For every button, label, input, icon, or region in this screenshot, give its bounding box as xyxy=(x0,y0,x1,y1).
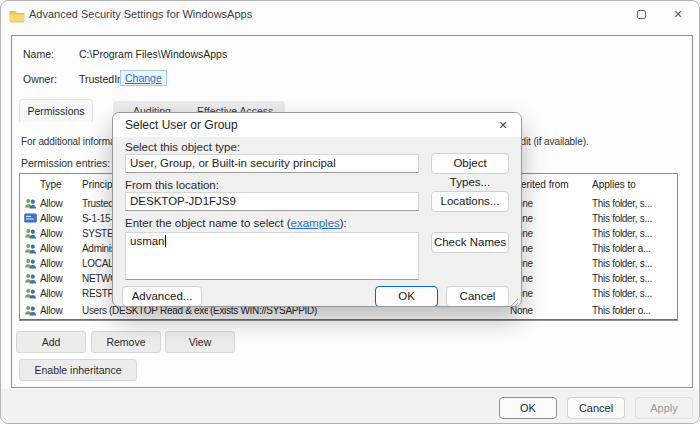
check-names-button[interactable]: Check Names xyxy=(431,232,509,253)
dialog-close-button[interactable]: ✕ xyxy=(493,115,513,135)
ok-button[interactable]: OK xyxy=(499,397,557,419)
advanced-button[interactable]: Advanced... xyxy=(122,286,202,307)
window-titlebar: Advanced Security Settings for WindowsAp… xyxy=(1,1,699,35)
cell-type: Allow xyxy=(40,213,76,224)
location-field: DESKTOP-JD1FJS9 xyxy=(125,192,419,211)
maximize-button[interactable] xyxy=(626,3,656,25)
object-type-field: User, Group, or Built-in security princi… xyxy=(125,154,419,173)
resize-grip[interactable] xyxy=(509,294,519,304)
advanced-security-settings-window: Advanced Security Settings for WindowsAp… xyxy=(0,0,700,424)
close-icon: ✕ xyxy=(673,8,682,20)
name-label: Name: xyxy=(23,48,54,60)
cell-type: Allow xyxy=(40,288,76,299)
from-location-label: From this location: xyxy=(125,179,219,191)
cell-applies: This folder, s... xyxy=(592,273,676,284)
close-button[interactable]: ✕ xyxy=(663,3,693,25)
users-icon xyxy=(24,228,38,240)
cell-inherited: None xyxy=(510,305,568,316)
cell-applies: This folder, s... xyxy=(592,198,676,209)
cell-applies: This folder, s... xyxy=(592,228,676,239)
cell-type: Allow xyxy=(40,228,76,239)
object-type-label: Select this object type: xyxy=(125,141,240,153)
dialog-cancel-button[interactable]: Cancel xyxy=(446,286,509,307)
text-caret xyxy=(165,235,166,247)
tab-permissions[interactable]: Permissions xyxy=(19,99,93,122)
header-applies-to[interactable]: Applies to xyxy=(592,179,676,190)
users-icon xyxy=(24,243,38,255)
users-icon xyxy=(24,258,38,270)
object-name-value: usman xyxy=(130,235,165,247)
folder-icon xyxy=(9,9,25,27)
users-icon xyxy=(24,305,38,317)
name-value: C:\Program Files\WindowsApps xyxy=(79,48,227,60)
change-owner-link[interactable]: Change xyxy=(120,70,167,86)
cell-type: Allow xyxy=(40,305,76,316)
window-title: Advanced Security Settings for WindowsAp… xyxy=(29,1,252,27)
apply-button: Apply xyxy=(635,397,693,419)
dialog-titlebar: Select User or Group ✕ xyxy=(113,113,521,137)
locations-button[interactable]: Locations... xyxy=(431,191,509,212)
permission-entries-label: Permission entries: xyxy=(21,157,110,169)
sid-icon xyxy=(24,213,38,225)
users-icon xyxy=(24,198,38,210)
users-icon xyxy=(24,273,38,285)
enable-inheritance-button[interactable]: Enable inheritance xyxy=(19,359,137,381)
users-icon xyxy=(24,288,38,300)
cancel-button[interactable]: Cancel xyxy=(567,397,625,419)
cell-applies: This folder, s... xyxy=(592,258,676,269)
add-button[interactable]: Add xyxy=(16,331,86,353)
object-name-input[interactable]: usman xyxy=(125,232,419,280)
cell-applies: This folder, s... xyxy=(592,213,676,224)
object-types-button[interactable]: Object Types... xyxy=(431,153,509,174)
cell-applies: This folder a... xyxy=(592,243,676,254)
cell-type: Allow xyxy=(40,273,76,284)
examples-link[interactable]: examples xyxy=(291,217,340,229)
remove-button[interactable]: Remove xyxy=(91,331,161,353)
cell-type: Allow xyxy=(40,198,76,209)
select-user-or-group-dialog: Select User or Group ✕ Select this objec… xyxy=(112,112,522,307)
dialog-title: Select User or Group xyxy=(125,113,238,137)
owner-label: Owner: xyxy=(23,73,57,85)
enter-object-name-label: Enter the object name to select (example… xyxy=(125,217,347,229)
maximize-icon xyxy=(637,10,646,19)
cell-applies: This folder, s... xyxy=(592,288,676,299)
cell-type: Allow xyxy=(40,258,76,269)
cell-type: Allow xyxy=(40,243,76,254)
close-icon: ✕ xyxy=(498,119,507,131)
header-type[interactable]: Type xyxy=(40,179,76,190)
cell-applies: This folder o... xyxy=(592,305,676,316)
dialog-ok-button[interactable]: OK xyxy=(375,286,438,307)
view-button[interactable]: View xyxy=(165,331,235,353)
